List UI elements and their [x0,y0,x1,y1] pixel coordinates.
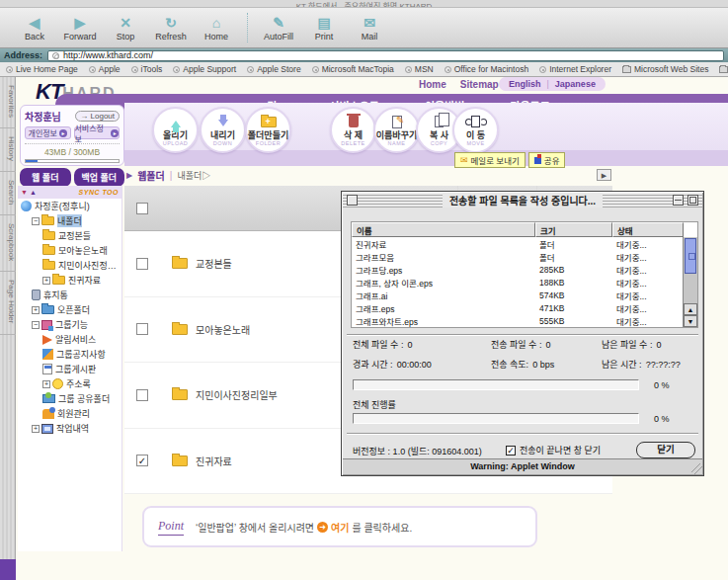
side-tab-favorites[interactable]: Favorites [0,77,16,128]
favorite-link[interactable]: Apple [89,64,121,74]
rename-icon: ✎ [392,115,402,129]
lang-japanese-link[interactable]: Japanese [555,79,596,89]
close-when-done-checkbox[interactable]: ✓ [506,446,516,456]
row-checkbox[interactable] [136,323,148,335]
lang-english-link[interactable]: English [509,79,541,89]
tree-item[interactable]: 교정본들 [18,228,121,243]
share-button-mail[interactable]: ✉메일로 보내기 [454,152,526,168]
tree-item[interactable]: 그룹게시판 [18,362,121,376]
transfer-row[interactable]: 그라프모음폴더대기중... [352,250,697,263]
tree-minus-expander[interactable]: − [32,217,40,225]
logout-button[interactable]: → Logout [75,111,120,122]
row-checkbox[interactable] [136,389,148,401]
tree-item[interactable]: 회원관리 [18,406,121,421]
toolbar-button-home[interactable]: ⌂Home [194,15,239,41]
favorite-link[interactable]: Microsoft Web Sites [622,64,708,74]
action-button-down[interactable]: 내리기DOWN [200,107,246,153]
trash-icon [32,290,40,300]
side-tab-history[interactable]: History [0,128,16,172]
address-input[interactable]: http://www.kthard.com/ [47,50,724,61]
row-checkbox[interactable]: ✓ [136,455,148,466]
transfer-row[interactable]: 그래프, 상자 이콘.eps188KB대기중... [352,276,697,289]
transfer-row[interactable]: 진귀자료폴더대기중... [352,237,697,250]
scrollbar[interactable]: ▲ ▼ [683,237,697,327]
toolbar-button-back[interactable]: ◀Back [12,15,57,41]
tree-plus-expander[interactable]: + [42,277,50,285]
favorite-link[interactable]: Live Home Page [6,64,78,74]
toolbar-button-stop[interactable]: ✕Stop [103,15,148,41]
row-checkbox[interactable] [136,258,148,270]
web-folder-button[interactable]: 웹 폴더 [20,168,71,187]
expand-triangle-icon[interactable]: ▲ [30,189,37,196]
toolbar-button-print[interactable]: ▤Print [301,15,347,41]
breadcrumb-root[interactable]: 웹폴더 [137,168,165,183]
collapse-box-icon[interactable] [673,195,684,206]
action-button-delete[interactable]: 삭 제DELETE [330,107,376,153]
favorite-link[interactable]: Office for Macintosh [445,64,528,74]
tree-item-label: 차정훈(정후니) [35,200,90,212]
transfer-file-size: 폴더 [535,238,612,250]
side-tab-scrapbook[interactable]: Scrapbook [0,215,16,272]
favorite-link[interactable]: Internet Explorer [539,64,611,74]
breadcrumb-current[interactable]: 내폴더▷ [177,169,210,182]
tree-item[interactable]: +진귀자료 [18,273,121,288]
action-button-folder[interactable]: +폴더만들기FOLDER [245,107,291,153]
resize-grip[interactable] [691,463,702,474]
action-button-upload[interactable]: 올리기UPLOAD [152,107,199,153]
tree-item[interactable]: 그룹공지사항 [18,347,121,362]
backup-folder-button[interactable]: 백업 폴더 [74,168,125,187]
tree-item[interactable]: −그룹기능 [18,317,121,332]
toolbar-button-mail[interactable]: ✉Mail [347,15,392,41]
toolbar-button-autofill[interactable]: ✎AutoFill [256,15,301,41]
open-folder-icon [41,216,54,225]
column-header-name[interactable]: 이름 [352,222,535,237]
tree-item[interactable]: +오픈폴더 [18,302,121,317]
favorite-link[interactable]: Apple Store [247,64,300,74]
side-tab-search[interactable]: Search [0,172,16,215]
close-box-icon[interactable] [347,195,358,206]
service-info-button[interactable]: 서비스정보▸ [74,126,121,139]
dialog-title-bar[interactable]: 전송할 파일 목록을 작성 중입니다... [343,193,702,207]
top-link-sitemap[interactable]: Sitemap [460,79,499,90]
favorite-link[interactable]: Microsoft MacTopia [312,64,394,74]
zoom-box-icon[interactable] [688,195,698,206]
scrollbar-thumb[interactable] [685,238,696,274]
close-button[interactable]: 닫기 [636,442,695,458]
popup-here-link[interactable]: 여기 [331,520,349,535]
toolbar-button-refresh[interactable]: ↻Refresh [148,15,194,41]
tree-item[interactable]: 그룹 공유폴더 [18,391,121,406]
transfer-row[interactable]: 그래프.eps471KB대기중... [352,301,697,314]
tree-item[interactable]: 알림서비스 [18,332,121,347]
share-button-share[interactable]: 공유 [528,152,566,168]
tree-plus-expander[interactable]: + [32,425,40,433]
transfer-row[interactable]: 그라프당.eps285KB대기중... [352,263,697,276]
breadcrumb-next-button[interactable]: ▶ [597,169,611,181]
top-link-home[interactable]: Home [419,79,446,90]
tree-item[interactable]: +주소록 [18,376,121,391]
tree-item[interactable]: 휴지통 [18,288,121,302]
collapse-triangle-icon[interactable]: ▼ [21,189,28,196]
action-button-move[interactable]: 이 동MOVE [452,107,499,153]
tree-item[interactable]: 차정훈(정후니) [18,199,121,213]
transfer-row[interactable]: 그래프.ai574KB대기중... [352,289,697,301]
favorite-link[interactable]: MSN Web Sites [719,64,728,74]
tree-item[interactable]: +작업내역 [18,421,121,436]
scroll-down-icon[interactable]: ▼ [684,315,697,327]
tree-item[interactable]: −내폴더 [18,213,121,228]
personal-info-button[interactable]: 개인정보▸ [25,126,71,139]
tree-plus-expander[interactable]: + [42,380,50,388]
favorite-link[interactable]: MSN [405,64,434,74]
action-button-name[interactable]: ✎이름바꾸기NAME [373,107,420,153]
toolbar-button-forward[interactable]: ▶Forward [57,15,103,41]
column-header-size[interactable]: 크기 [535,222,612,237]
side-tab-page-holder[interactable]: Page Holder [0,272,16,334]
scroll-up-icon[interactable]: ▲ [684,303,697,315]
tree-item[interactable]: 모아놓은노래 [18,243,121,258]
tree-item[interactable]: 지민이사진정리일부 [18,258,121,273]
favorite-link[interactable]: iTools [131,64,163,74]
tree-minus-expander[interactable]: − [32,321,40,329]
column-header-status[interactable]: 상태 [612,222,684,237]
transfer-row[interactable]: 그래프와차트.eps555KB대기중... [352,314,697,327]
favorite-link[interactable]: Apple Support [173,64,236,74]
tree-plus-expander[interactable]: + [32,306,40,314]
